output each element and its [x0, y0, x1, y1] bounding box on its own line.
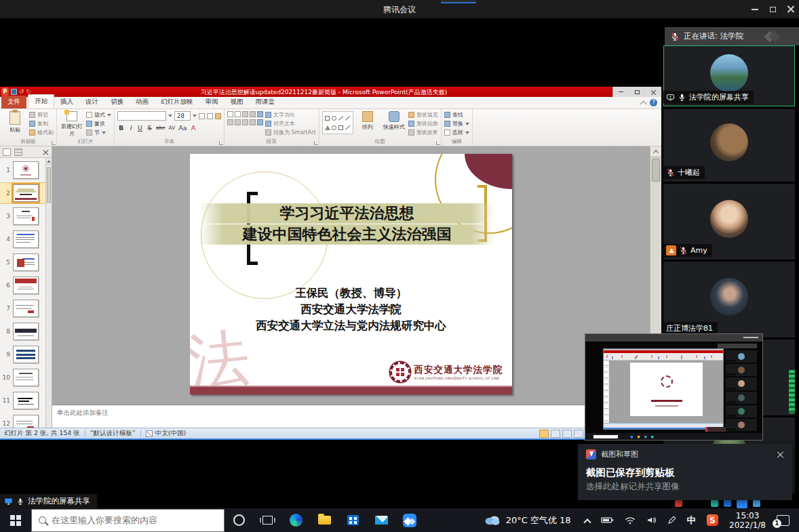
minimize-button[interactable] [746, 0, 764, 18]
weather-widget[interactable]: 20°C 空气优 18 [476, 514, 579, 527]
snip-sketch-notification[interactable]: 截图和草图 截图已保存到剪贴板 选择此处标记并共享图像 [578, 444, 792, 500]
text-direction-button[interactable]: 文字方向 [265, 111, 316, 119]
cut-button[interactable]: 剪切 [29, 111, 54, 119]
slide-thumbnail-11[interactable]: 11 [0, 390, 45, 411]
paste-button[interactable]: 粘贴 [3, 111, 27, 138]
character-spacing-button[interactable]: AV [168, 125, 176, 131]
action-center-button[interactable]: 1 [771, 508, 799, 532]
reading-view-button[interactable] [562, 430, 572, 438]
scroll-up-icon[interactable] [46, 158, 52, 165]
powerpoint-app-icon[interactable]: P [1, 87, 9, 96]
underline-button[interactable]: U [136, 124, 144, 131]
tab-file[interactable]: 文件 [1, 96, 26, 108]
slide-thumbnail-3[interactable]: 3 [0, 206, 45, 226]
font-color-button[interactable]: A [190, 124, 197, 131]
numbering-icon[interactable] [235, 111, 241, 117]
microsoft-store-button[interactable] [338, 508, 367, 532]
participant-tile[interactable]: 庄正博法学81 [663, 262, 795, 337]
tab-transitions[interactable]: 切换 [104, 96, 130, 108]
meeting-controls-collapsed-tab[interactable] [441, 0, 476, 3]
slide-thumbnail-10[interactable]: 10 [0, 367, 45, 388]
slide-thumbnail-4[interactable]: 4 [0, 229, 45, 249]
collapse-ribbon-icon[interactable] [640, 100, 647, 107]
columns-icon[interactable] [257, 119, 263, 125]
start-button[interactable] [0, 508, 31, 532]
change-case-button[interactable]: Aa [178, 124, 187, 131]
font-size-combobox[interactable]: 28 [174, 111, 191, 121]
convert-smartart-button[interactable]: 转换为 SmartArt [265, 129, 316, 136]
shrink-font-icon[interactable] [207, 113, 213, 119]
slide-title[interactable]: 学习习近平法治思想 建设中国特色社会主义法治强国 [199, 203, 494, 245]
slideshow-view-button[interactable] [574, 430, 583, 438]
volume-button[interactable] [641, 508, 662, 532]
find-button[interactable]: 查找 [444, 111, 469, 119]
align-right-icon[interactable] [242, 119, 248, 125]
font-dialog-launcher[interactable] [219, 141, 223, 145]
current-slide[interactable]: 学习习近平法治思想 建设中国特色社会主义法治强国 王保民（教授、博导） 西安交通… [190, 154, 512, 394]
shapes-gallery[interactable] [322, 111, 353, 134]
save-icon[interactable] [11, 89, 17, 95]
help-icon[interactable] [650, 99, 657, 106]
shape-outline-button[interactable]: 形状轮廓 [408, 120, 438, 127]
participants-scrollbar[interactable] [789, 370, 795, 413]
format-painter-button[interactable]: 格式刷 [29, 129, 54, 136]
pen-settings-button[interactable] [662, 508, 682, 532]
justify-icon[interactable] [250, 119, 256, 125]
drawing-dialog-launcher[interactable] [436, 141, 440, 145]
participant-tile[interactable]: 十曦起 [663, 109, 795, 182]
align-left-icon[interactable] [227, 119, 233, 125]
tab-design[interactable]: 设计 [79, 96, 104, 108]
font-size-dropdown-icon[interactable] [193, 115, 197, 117]
tab-review[interactable]: 审阅 [199, 96, 225, 108]
close-panel-icon[interactable] [43, 149, 49, 155]
show-hidden-icons-button[interactable] [579, 508, 596, 532]
clear-formatting-icon[interactable] [215, 113, 221, 119]
shape-fill-button[interactable]: 形状填充 [408, 111, 438, 119]
copy-button[interactable]: 复制 [29, 120, 54, 127]
notification-body[interactable]: 选择此处标记并共享图像 [578, 479, 792, 493]
select-button[interactable]: 选择 [444, 129, 469, 136]
scroll-up-button[interactable] [650, 146, 661, 157]
tab-insert[interactable]: 插入 [54, 96, 79, 108]
reset-button[interactable]: 重设 [86, 120, 111, 127]
cortana-button[interactable] [225, 508, 253, 532]
bold-button[interactable]: B [117, 124, 125, 131]
tab-view[interactable]: 视图 [225, 96, 250, 108]
sogou-input-button[interactable]: S [701, 508, 724, 532]
strikethrough-button[interactable]: S [146, 124, 153, 131]
slide-thumbnail-1[interactable]: 1 [0, 160, 45, 180]
new-slide-button[interactable]: 新建幻灯片 [60, 111, 84, 138]
participant-tile-screen-share[interactable]: 法学院的屏幕共享 [663, 45, 795, 106]
scrollbar-thumb[interactable] [47, 167, 51, 203]
decrease-indent-icon[interactable] [242, 111, 248, 117]
taskbar-search[interactable] [31, 509, 225, 532]
battery-button[interactable] [596, 508, 619, 532]
edge-button[interactable] [281, 508, 310, 532]
pip-titlebar[interactable] [585, 334, 762, 342]
slides-tab-icon[interactable] [3, 148, 11, 156]
slide-sorter-view-button[interactable] [551, 430, 560, 438]
bullets-icon[interactable] [227, 111, 233, 117]
replace-button[interactable]: 替换 [444, 120, 469, 127]
tab-animations[interactable]: 动画 [130, 96, 155, 108]
tab-home[interactable]: 开始 [28, 94, 54, 108]
notes-pane[interactable]: 单击此处添加备注 [52, 405, 661, 428]
tab-slideshow[interactable]: 幻灯片放映 [155, 96, 199, 108]
taskbar-clock[interactable]: 15:03 2022/1/8 [724, 511, 771, 530]
paragraph-dialog-launcher[interactable] [314, 141, 318, 145]
spell-check-icon[interactable] [146, 430, 153, 437]
participant-tile[interactable]: Amy [663, 184, 795, 260]
ppt-minimize-button[interactable] [613, 87, 629, 97]
arrange-button[interactable]: 排列 [355, 111, 380, 138]
font-name-dropdown-icon[interactable] [168, 115, 172, 117]
align-text-button[interactable]: 对齐文本 [265, 120, 316, 127]
close-button[interactable] [781, 0, 799, 18]
align-center-icon[interactable] [235, 119, 241, 125]
quick-styles-button[interactable]: 快速样式 [382, 111, 406, 138]
mail-button[interactable] [367, 508, 395, 532]
tencent-meeting-button[interactable] [395, 508, 424, 532]
tab-rain-classroom[interactable]: 雨课堂 [250, 96, 281, 108]
undo-icon[interactable]: ↺ [19, 89, 24, 95]
maximize-button[interactable] [764, 0, 781, 18]
section-button[interactable]: 节 [86, 129, 111, 136]
